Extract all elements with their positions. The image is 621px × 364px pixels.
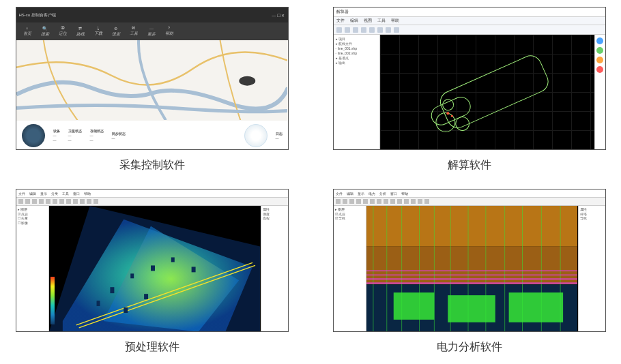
menu-tools[interactable]: 工具 [377, 18, 386, 24]
app-title: HS-xu 控制台客户端 [19, 12, 56, 18]
screenshot-power: 文件 编辑 显示 电力 分析 窗口 帮助 ▸ 图层 ☑ 点云 ☑ 导线 [333, 189, 606, 332]
tree-item[interactable]: ☐ 影像 [18, 221, 47, 226]
menu-item[interactable]: 编辑 [29, 192, 36, 196]
svg-point-3 [433, 110, 458, 135]
svg-rect-43 [508, 292, 562, 322]
satellite-status: 卫星状态—— [68, 129, 82, 142]
pointcloud [49, 206, 261, 331]
tree-item[interactable]: ▸ 项目 [336, 37, 377, 42]
menu-view[interactable]: 视图 [364, 18, 372, 24]
menu-item[interactable]: 显示 [40, 192, 47, 196]
tool-more[interactable]: ⋯更多 [147, 26, 156, 37]
tool-locate[interactable]: ⦿定位 [59, 26, 67, 37]
svg-point-0 [239, 76, 255, 86]
menubar[interactable]: 文件 编辑 显示 电力 分析 窗口 帮助 [334, 189, 605, 198]
toolbar[interactable] [334, 25, 605, 35]
menu-help[interactable]: 帮助 [391, 18, 399, 24]
screenshot-solver: 解算器 文件 编辑 视图 工具 帮助 ▸ 项目 ▸ 航线文件 ◦ line_00… [333, 7, 606, 150]
svg-rect-41 [393, 292, 434, 320]
svg-rect-16 [151, 265, 155, 271]
tree-item[interactable]: ☑ 导线 [335, 216, 364, 221]
top-toolbar[interactable]: ⌂首页 🔍搜索 ⦿定位 ⇄路线 ⭳下载 ⚙设置 🛠工具 ⋯更多 ?帮助 [16, 22, 288, 40]
dock-icon[interactable] [596, 57, 603, 63]
compass-dial [244, 124, 268, 147]
menu-file[interactable]: 文件 [336, 18, 345, 24]
plan-canvas[interactable] [380, 35, 594, 149]
log-status: 日志— [276, 132, 283, 140]
svg-rect-19 [144, 294, 148, 299]
toolbar[interactable] [16, 198, 288, 206]
tree-item[interactable]: ◦ line_002.shp [336, 51, 377, 56]
menu-item[interactable]: 分类 [51, 192, 58, 196]
menu-item[interactable]: 窗口 [390, 192, 397, 196]
dock-icon[interactable] [596, 37, 603, 44]
screenshot-preprocess: 文件 编辑 显示 分类 工具 窗口 帮助 ▸ 图层 ☑ 点云 ☐ 矢量 ☐ 影像 [16, 189, 289, 332]
menu-item[interactable]: 显示 [358, 192, 364, 196]
pointcloud-canvas[interactable] [366, 206, 578, 331]
svg-rect-18 [191, 267, 195, 272]
pointcloud [366, 206, 578, 331]
property-panel[interactable]: 属性 强度 高程 [261, 206, 288, 331]
menu-item[interactable]: 分析 [379, 192, 386, 196]
menu-item[interactable]: 工具 [62, 192, 69, 196]
svg-rect-22 [366, 206, 578, 247]
project-tree[interactable]: ▸ 项目 ▸ 航线文件 ◦ line_001.shp ◦ line_002.sh… [334, 35, 380, 149]
flight-plan-shape [380, 35, 594, 150]
svg-rect-17 [171, 258, 174, 262]
menubar[interactable]: 文件 编辑 视图 工具 帮助 [334, 17, 605, 25]
tree-item[interactable]: ▸ 基准点 [336, 56, 377, 61]
menu-item[interactable]: 电力 [369, 192, 375, 196]
menu-edit[interactable]: 编辑 [350, 18, 358, 24]
svg-point-6 [446, 112, 449, 115]
property-panel[interactable]: 属性 杆塔 导线 [578, 206, 605, 331]
map-canvas[interactable] [16, 40, 288, 121]
right-dock[interactable] [594, 35, 605, 149]
menubar[interactable]: 文件 编辑 显示 分类 工具 窗口 帮助 [16, 189, 288, 198]
tree-item[interactable]: ▸ 航线文件 [336, 42, 377, 46]
attitude-dial [22, 124, 45, 147]
status-panel: 设备—— 卫星状态—— 存储状态—— 同步状态— 日志— [16, 121, 288, 150]
software-card-power: 文件 编辑 显示 电力 分析 窗口 帮助 ▸ 图层 ☑ 点云 ☑ 导线 [331, 189, 607, 357]
svg-point-7 [450, 115, 452, 117]
screenshot-acquisition: HS-xu 控制台客户端 — ☐ ✕ ⌂首页 🔍搜索 ⦿定位 ⇄路线 ⭳下载 ⚙… [16, 7, 289, 150]
sync-status: 同步状态— [112, 132, 126, 140]
tree-item[interactable]: ◦ line_001.shp [336, 46, 377, 51]
svg-rect-15 [130, 273, 134, 278]
menu-item[interactable]: 窗口 [73, 192, 80, 196]
menu-item[interactable]: 文件 [336, 192, 343, 196]
menu-item[interactable]: 帮助 [401, 192, 408, 196]
tool-tools[interactable]: 🛠工具 [130, 26, 138, 37]
software-card-preprocess: 文件 编辑 显示 分类 工具 窗口 帮助 ▸ 图层 ☑ 点云 ☐ 矢量 ☐ 影像 [14, 189, 290, 357]
storage-status: 存储状态—— [90, 129, 104, 142]
panel-item: 导线 [580, 216, 604, 221]
caption-power: 电力分析软件 [437, 340, 502, 354]
layer-panel[interactable]: ▸ 图层 ☑ 点云 ☑ 导线 [334, 206, 366, 331]
color-scale [50, 277, 55, 324]
svg-rect-14 [110, 287, 114, 293]
dock-icon[interactable] [596, 66, 603, 73]
tool-help[interactable]: ?帮助 [165, 26, 173, 37]
panel-item: 高程 [263, 216, 287, 221]
svg-rect-1 [437, 52, 551, 131]
map-roads [16, 40, 288, 120]
tree-item[interactable]: ▸ 输出 [336, 61, 377, 65]
tool-download[interactable]: ⭳下载 [94, 26, 102, 37]
dock-icon[interactable] [596, 47, 603, 54]
layer-panel[interactable]: ▸ 图层 ☑ 点云 ☐ 矢量 ☐ 影像 [16, 206, 49, 331]
menu-item[interactable]: 帮助 [84, 192, 91, 196]
svg-rect-20 [124, 307, 128, 313]
tool-home[interactable]: ⌂首页 [23, 26, 31, 37]
tool-route[interactable]: ⇄路线 [76, 26, 85, 37]
device-status: 设备—— [53, 129, 60, 142]
menu-item[interactable]: 文件 [18, 192, 25, 196]
pointcloud-canvas[interactable] [49, 206, 261, 331]
software-card-acquisition: HS-xu 控制台客户端 — ☐ ✕ ⌂首页 🔍搜索 ⦿定位 ⇄路线 ⭳下载 ⚙… [14, 7, 290, 175]
tool-search[interactable]: 🔍搜索 [41, 26, 49, 37]
toolbar[interactable] [334, 198, 605, 206]
window-controls[interactable]: — ☐ ✕ [272, 13, 285, 18]
tool-settings[interactable]: ⚙设置 [112, 26, 120, 37]
menu-item[interactable]: 编辑 [347, 192, 353, 196]
svg-rect-2 [428, 94, 473, 128]
svg-rect-42 [448, 295, 495, 322]
svg-rect-13 [96, 301, 100, 306]
